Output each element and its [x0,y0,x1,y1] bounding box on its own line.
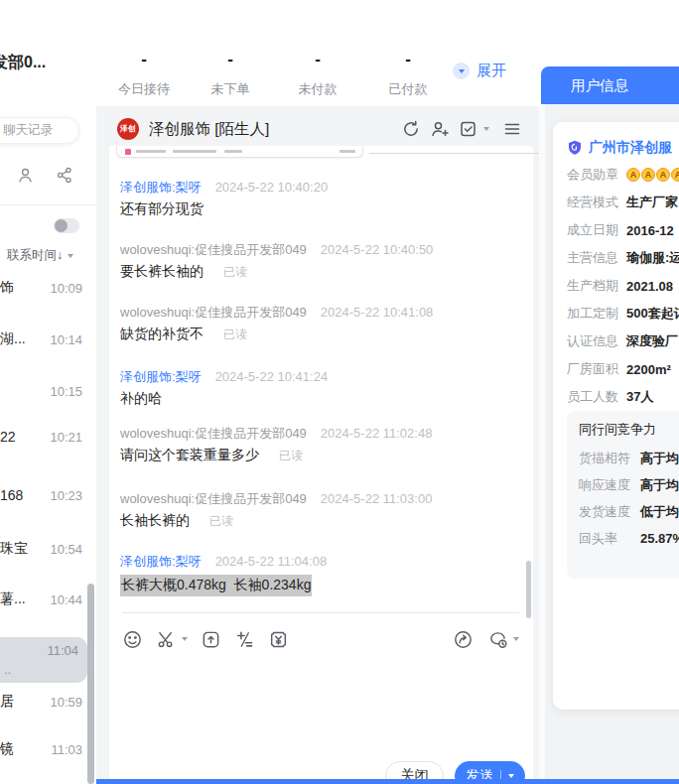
chat-scrollbar[interactable] [526,561,531,618]
comp-value: 25.87% [640,531,679,546]
comp-row-shipping-speed: 发货速度 低于均值 [579,498,679,525]
refresh-icon[interactable] [401,119,421,139]
field-label: 厂房面积 [567,360,618,378]
comp-value: 高于均值 [640,476,679,494]
truncated-item-card[interactable] [116,146,363,158]
field-employee-count: 员工人数 37人 [567,383,679,411]
message-sender[interactable]: 泽创服饰:梨呀 [120,179,202,196]
conversation-time: 10:09 [50,281,82,296]
todo-caret-icon[interactable] [483,127,489,131]
stat-value: - [99,50,189,69]
upload-icon[interactable] [201,629,221,650]
company-name[interactable]: 广州市泽创服 [589,139,672,157]
conversation-item[interactable]: 薯... 10:44 [0,589,89,609]
history-caret-icon[interactable] [513,637,519,641]
conversation-sidebar: 聊天记录 联系时间↓ 饰 10:09 湖... 10:14 10:15 22 1… [0,106,96,784]
field-founded-date: 成立日期 2016-12 [567,216,679,244]
conversation-name: .. [4,662,78,677]
message[interactable]: woloveshuqi:促佳搜品开发部049 2024-5-22 10:40:5… [120,241,513,281]
message-sender[interactable]: woloveshuqi:促佳搜品开发部049 [120,425,307,443]
conversation-name: 湖... [0,330,26,348]
comp-label: 货描相符 [579,450,630,467]
sidebar-scrollbar[interactable] [87,584,94,784]
message[interactable]: woloveshuqi:促佳搜品开发部049 2024-5-22 11:02:4… [120,425,513,464]
comp-label: 发货速度 [579,503,630,521]
history-icon[interactable] [487,629,508,650]
message[interactable]: 泽创服饰:梨呀 2024-5-22 10:40:20 还有部分现货 [120,179,513,218]
stat-value: - [186,50,275,69]
send-caret-icon[interactable] [508,774,514,778]
avatar[interactable]: 泽创 [117,118,139,140]
message[interactable]: woloveshuqi:促佳搜品开发部049 2024-5-22 10:41:0… [120,304,513,343]
message-sender[interactable]: woloveshuqi:促佳搜品开发部049 [120,490,307,508]
transaction-icon[interactable] [268,629,289,650]
divider [122,612,519,613]
message-text: 长袖长裤的 [120,512,190,530]
message-text: 要长裤长袖的 [120,263,204,281]
conversation-time: 10:54 [50,542,82,557]
message-sender[interactable]: woloveshuqi:促佳搜品开发部049 [120,241,307,259]
conversation-item[interactable]: 10:15 [0,381,89,401]
field-label: 员工人数 [567,388,618,406]
menu-icon[interactable] [502,119,522,139]
read-badge: 已读 [223,264,247,281]
field-business-model: 经营模式 生产厂家 [567,189,679,216]
screenshot-caret-icon[interactable] [182,637,188,641]
message-text: 还有部分现货 [120,200,204,218]
sort-control[interactable]: 联系时间↓ [7,247,73,264]
emoji-icon[interactable] [122,629,143,650]
competitiveness-title: 同行间竞争力 [579,421,679,445]
stat-label: 已付款 [363,80,453,98]
conversation-name: 饰 [0,279,14,297]
conversation-item[interactable]: 居 10:59 [0,692,89,712]
conversation-item[interactable]: 湖... 10:14 [0,329,89,349]
add-contact-icon[interactable] [430,119,450,139]
todo-add-icon[interactable] [459,119,478,139]
field-label: 生产档期 [567,277,618,295]
comp-value: 高于均值 [640,450,679,467]
message[interactable]: woloveshuqi:促佳搜品开发部049 2024-5-22 11:03:0… [120,490,513,530]
competitiveness-card: 同行间竞争力 货描相符 高于均值 响应速度 高于均值 发货速度 低于均值 回头率… [567,411,679,579]
message-panel: 泽创服饰:梨呀 2024-5-22 10:40:20 还有部分现货 wolove… [109,146,533,784]
message-time: 2024-5-22 10:41:08 [321,305,433,320]
expand-label: 展开 [476,62,506,80]
conversation-item[interactable]: 珠宝 10:54 [0,539,89,559]
field-label: 加工定制 [567,305,618,323]
conversation-item[interactable]: 168 10:23 [0,485,89,505]
forward-icon[interactable] [453,629,474,650]
conversation-time: 10:14 [50,332,82,347]
conversation-item[interactable]: 22 10:21 [0,427,89,447]
contacts-icon[interactable] [16,166,35,185]
item-thumb-icon [125,149,131,155]
message-sender[interactable]: woloveshuqi:促佳搜品开发部049 [120,304,307,322]
conversation-item-selected[interactable]: 11:04 .. [0,637,87,683]
search-input[interactable]: 聊天记录 [0,117,79,144]
message-sender[interactable]: 泽创服饰:梨呀 [120,553,202,571]
message-time: 2024-5-22 10:40:20 [215,180,328,195]
message[interactable]: 泽创服饰:梨呀 2024-5-22 10:41:24 补的哈 [120,368,513,408]
expand-button[interactable]: 展开 [453,62,506,80]
message-sender[interactable]: 泽创服饰:梨呀 [120,368,202,386]
org-icon[interactable] [56,166,74,185]
message-text-highlighted: 长裤大概0.478kg 长袖0.234kg [120,575,312,596]
message[interactable]: 泽创服饰:梨呀 2024-5-22 11:04:08 长裤大概0.478kg 长… [120,553,513,596]
conversation-item[interactable]: 镜 11:03 [0,739,89,759]
conversation-time: 10:59 [50,695,82,710]
quick-phrase-icon[interactable] [234,629,255,650]
conversation-time: 10:15 [50,384,82,399]
comp-label: 回头率 [579,530,630,548]
message-text: 缺货的补货不 [120,326,204,343]
window-title: 发部0... [0,53,46,73]
field-main-products: 主营信息 瑜伽服:运 [567,244,679,272]
company-badge-icon [567,140,583,156]
message-time: 2024-5-22 11:04:08 [215,554,328,569]
sort-caret-icon [68,254,73,258]
tab-user-info[interactable]: 用户信息 [541,66,679,104]
conversation-item[interactable]: 饰 10:09 [0,278,89,298]
comp-label: 响应速度 [579,476,630,494]
medal-icon: A [671,168,679,182]
online-toggle[interactable] [54,218,79,233]
screenshot-icon[interactable] [156,629,177,650]
field-certification: 认证信息 深度验厂 [567,327,679,355]
stat-value: - [273,50,362,69]
